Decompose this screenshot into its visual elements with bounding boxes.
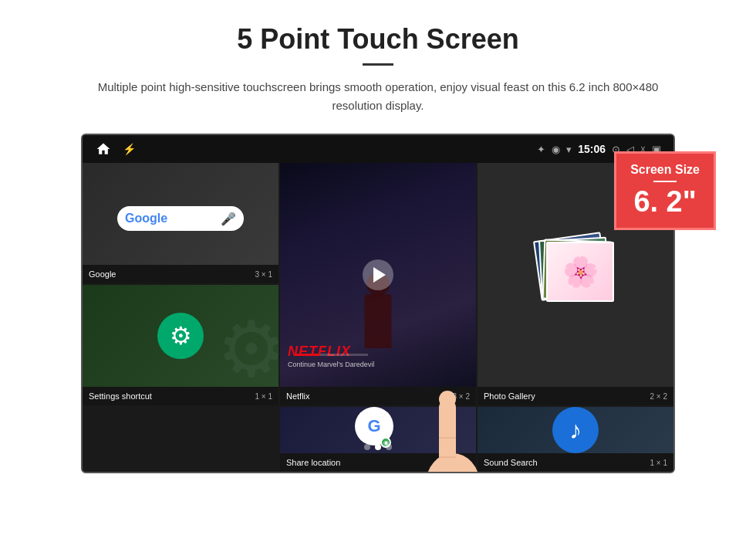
photo-tile-footer: Photo Gallery 2 × 2 <box>478 387 673 405</box>
status-bar-left: ⚡ <box>95 141 136 157</box>
svg-point-2 <box>439 391 456 408</box>
netflix-logo: NETFLIX <box>288 344 374 360</box>
netflix-tile-content: NETFLIX Continue Marvel's Daredevil <box>280 163 476 387</box>
google-search-bar[interactable]: Google 🎤 <box>117 206 244 231</box>
title-divider <box>363 63 393 66</box>
badge-title: Screen Size <box>630 163 700 177</box>
time-display: 15:06 <box>578 143 606 155</box>
google-tile-footer: Google 3 × 1 <box>83 265 278 283</box>
status-bar: ⚡ ✦ ◉ ▾ 15:06 ⊙ ◁ ☓ ▣ <box>83 135 673 163</box>
netflix-progress-fill <box>294 354 320 356</box>
google-mic-icon[interactable]: 🎤 <box>221 212 236 226</box>
location-icon: ◉ <box>552 144 560 155</box>
app-grid: Google 🎤 Google 3 × 1 <box>83 163 673 472</box>
badge-divider <box>653 181 677 182</box>
device-screen: ⚡ ✦ ◉ ▾ 15:06 ⊙ ◁ ☓ ▣ <box>81 134 675 473</box>
settings-tile-footer: Settings shortcut 1 × 1 <box>83 387 278 405</box>
google-app-size: 3 × 1 <box>255 270 272 279</box>
flower-emoji: 🌸 <box>562 255 599 289</box>
share-app-name: Share location <box>286 458 340 467</box>
badge-size: 6. 2" <box>630 186 700 219</box>
settings-app-size: 1 × 1 <box>255 392 272 401</box>
google-logo: Google <box>125 212 167 225</box>
home-icon <box>95 141 112 157</box>
share-location-tile[interactable]: G ◉ <box>280 407 476 472</box>
pagination-dots <box>364 444 392 450</box>
page-wrapper: Screen Size 6. 2" 5 Point Touch Screen M… <box>0 0 756 559</box>
photo-stack: 🌸 <box>529 232 622 317</box>
settings-gear-icon: ⚙ <box>157 313 204 359</box>
settings-tile-content: ⚙ ⚙ <box>83 285 278 387</box>
play-triangle <box>373 267 386 283</box>
netflix-content-title: Continue Marvel's Daredevil <box>288 361 374 368</box>
pagination-dot-3[interactable] <box>386 444 392 450</box>
netflix-logo-area: NETFLIX Continue Marvel's Daredevil <box>288 344 374 368</box>
google-tile-content: Google 🎤 <box>83 163 278 265</box>
hand-pointing <box>399 361 507 473</box>
pagination-dot-2[interactable] <box>375 444 381 450</box>
photo-main: 🌸 <box>546 242 614 302</box>
netflix-progress-bar <box>294 354 368 356</box>
daredevil-silhouette <box>365 294 392 348</box>
sound-search-tile[interactable]: ♪ Sound Search 1 × 1 <box>478 407 673 472</box>
bluetooth-icon: ✦ <box>537 144 545 155</box>
photo-app-size: 2 × 2 <box>650 392 667 401</box>
play-button[interactable] <box>363 259 393 290</box>
settings-app-name: Settings shortcut <box>89 391 152 401</box>
maps-g-letter: G <box>367 416 380 436</box>
wifi-icon: ▾ <box>566 144 572 155</box>
page-subtitle: Multiple point high-sensitive touchscree… <box>77 78 679 115</box>
usb-icon: ⚡ <box>123 143 136 155</box>
svg-rect-1 <box>439 399 456 473</box>
screen-size-badge: Screen Size 6. 2" <box>614 151 716 230</box>
netflix-app-name: Netflix <box>286 391 310 401</box>
sound-tile-content: ♪ <box>478 407 673 453</box>
sound-tile-footer: Sound Search 1 × 1 <box>478 453 673 472</box>
pagination-dot-1[interactable] <box>364 444 370 450</box>
settings-tile[interactable]: ⚙ ⚙ Settings shortcut 1 × 1 <box>83 285 278 405</box>
settings-bg-icon: ⚙ <box>217 304 278 387</box>
page-title: 5 Point Touch Screen <box>237 23 518 56</box>
sound-app-size: 1 × 1 <box>650 459 667 467</box>
google-tile[interactable]: Google 🎤 Google 3 × 1 <box>83 163 278 283</box>
page-content: 5 Point Touch Screen Multiple point high… <box>0 0 756 559</box>
google-app-name: Google <box>89 269 116 279</box>
sound-search-icon: ♪ <box>552 407 599 453</box>
